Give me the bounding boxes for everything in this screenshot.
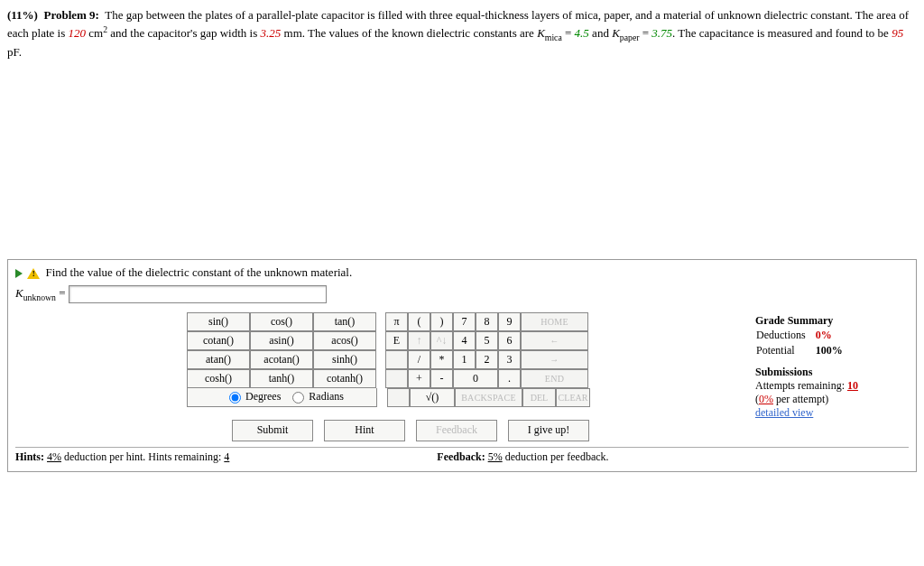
key-clear: CLEAR bbox=[556, 388, 590, 407]
problem-text-2: and the capacitor's gap width is bbox=[107, 27, 261, 41]
feedback-label: Feedback: bbox=[437, 450, 487, 463]
and-text: and bbox=[589, 27, 612, 41]
submit-button[interactable]: Submit bbox=[232, 420, 313, 441]
key-end: END bbox=[521, 369, 588, 388]
degrees-radio[interactable] bbox=[229, 392, 241, 404]
key-5[interactable]: 5 bbox=[476, 331, 498, 350]
var-sub: unknown bbox=[23, 292, 56, 302]
func-atan[interactable]: atan() bbox=[187, 350, 250, 369]
func-acotan[interactable]: acotan() bbox=[250, 350, 313, 369]
func-tan[interactable]: tan() bbox=[313, 312, 376, 331]
func-sin[interactable]: sin() bbox=[187, 312, 250, 331]
angle-mode[interactable]: Degrees Radians bbox=[187, 388, 377, 407]
kmica-val: 4.5 bbox=[575, 27, 589, 41]
answer-row: Kunknown = bbox=[15, 285, 909, 303]
key-blank3 bbox=[387, 388, 410, 407]
func-cos[interactable]: cos() bbox=[250, 312, 313, 331]
key-blank1 bbox=[385, 350, 408, 369]
cap-value: 95 bbox=[892, 27, 903, 41]
key-exp: ^↓ bbox=[430, 331, 453, 350]
potential-label: Potential bbox=[755, 343, 815, 358]
feedback-info: Feedback: 5% deduction per feedback. bbox=[437, 450, 608, 464]
var-base: K bbox=[15, 286, 23, 300]
key-left: ← bbox=[521, 331, 588, 350]
func-acos[interactable]: acos() bbox=[313, 331, 376, 350]
radians-label: Radians bbox=[309, 390, 344, 403]
key-dot[interactable]: . bbox=[498, 369, 521, 388]
warning-icon bbox=[27, 268, 40, 279]
deductions-value: 0% bbox=[815, 328, 852, 343]
func-cotan[interactable]: cotan() bbox=[187, 331, 250, 350]
part-panel: Find the value of the dielectric constan… bbox=[7, 259, 917, 472]
problem-weight: (11%) bbox=[7, 8, 38, 22]
func-asin[interactable]: asin() bbox=[250, 331, 313, 350]
func-tanh[interactable]: tanh() bbox=[250, 369, 313, 388]
eq2: = bbox=[639, 27, 651, 41]
key-home: HOME bbox=[521, 312, 588, 331]
problem-statement: (11%) Problem 9: The gap between the pla… bbox=[7, 7, 917, 60]
key-7[interactable]: 7 bbox=[453, 312, 476, 331]
key-blank2 bbox=[385, 369, 408, 388]
footer-row: Hints: 4% deduction per hint. Hints rema… bbox=[15, 447, 909, 464]
key-rparen[interactable]: ) bbox=[430, 312, 453, 331]
problem-text-3: . The capacitance is measured and found … bbox=[672, 27, 892, 41]
area-unit: cm bbox=[86, 27, 103, 41]
func-sinh[interactable]: sinh() bbox=[313, 350, 376, 369]
hints-info: Hints: 4% deduction per hint. Hints rema… bbox=[15, 450, 229, 464]
var-eq: = bbox=[56, 286, 69, 300]
key-div[interactable]: / bbox=[408, 350, 430, 369]
key-plus[interactable]: + bbox=[408, 369, 430, 388]
key-8[interactable]: 8 bbox=[476, 312, 498, 331]
key-3[interactable]: 3 bbox=[498, 350, 521, 369]
part-header: Find the value of the dielectric constan… bbox=[15, 265, 909, 280]
area-value: 120 bbox=[69, 27, 87, 41]
feedback-button: Feedback bbox=[416, 420, 497, 441]
key-lparen[interactable]: ( bbox=[408, 312, 430, 331]
hints-label: Hints: bbox=[15, 450, 47, 463]
key-1[interactable]: 1 bbox=[453, 350, 476, 369]
kpaper-k: K bbox=[612, 27, 620, 41]
feedback-pct: 5% bbox=[488, 450, 503, 463]
detailed-view-link[interactable]: detailed view bbox=[755, 406, 909, 420]
kpaper-val: 3.75 bbox=[651, 27, 672, 41]
key-sqrt[interactable]: √() bbox=[410, 388, 455, 407]
eq1: = bbox=[562, 27, 575, 41]
radians-radio[interactable] bbox=[292, 392, 304, 404]
answer-input[interactable] bbox=[69, 285, 327, 303]
func-cosh[interactable]: cosh() bbox=[187, 369, 250, 388]
key-minus[interactable]: - bbox=[430, 369, 453, 388]
giveup-button[interactable]: I give up! bbox=[508, 420, 589, 441]
key-mul[interactable]: * bbox=[430, 350, 453, 369]
key-del: DEL bbox=[522, 388, 556, 407]
problem-title: Problem 9: bbox=[43, 8, 99, 22]
key-6[interactable]: 6 bbox=[498, 331, 521, 350]
hints-text: deduction per hint. Hints remaining: bbox=[61, 450, 224, 463]
attempts-label: Attempts remaining: bbox=[755, 379, 847, 392]
gap-value: 3.25 bbox=[261, 27, 282, 41]
key-0[interactable]: 0 bbox=[453, 369, 498, 388]
per-attempt-pct: 0% bbox=[759, 393, 773, 405]
key-up: ↑ bbox=[408, 331, 430, 350]
kmica-sub: mica bbox=[545, 32, 562, 42]
hint-button[interactable]: Hint bbox=[324, 420, 405, 441]
key-right: → bbox=[521, 350, 588, 369]
attempts-value: 10 bbox=[847, 379, 858, 392]
gap-unit: mm. The values of the known dielectric c… bbox=[281, 27, 537, 41]
key-9[interactable]: 9 bbox=[498, 312, 521, 331]
kmica-k: K bbox=[537, 27, 545, 41]
potential-value: 100% bbox=[815, 343, 852, 358]
calculator-area: sin() cos() tan() π ( ) 7 8 9 HOME cotan… bbox=[15, 312, 730, 441]
key-pi[interactable]: π bbox=[385, 312, 408, 331]
part-instruction: Find the value of the dielectric constan… bbox=[46, 265, 353, 279]
deductions-label: Deductions bbox=[755, 328, 815, 343]
hints-remaining: 4 bbox=[224, 450, 229, 463]
key-4[interactable]: 4 bbox=[453, 331, 476, 350]
func-cotanh[interactable]: cotanh() bbox=[313, 369, 376, 388]
degrees-label: Degrees bbox=[245, 390, 281, 403]
key-backspace: BACKSPACE bbox=[455, 388, 522, 407]
grade-sidebar: Grade Summary Deductions 0% Potential 10… bbox=[755, 312, 909, 420]
key-e[interactable]: E bbox=[385, 331, 408, 350]
kpaper-sub: paper bbox=[620, 32, 640, 42]
key-2[interactable]: 2 bbox=[476, 350, 498, 369]
expand-icon[interactable] bbox=[15, 269, 23, 278]
